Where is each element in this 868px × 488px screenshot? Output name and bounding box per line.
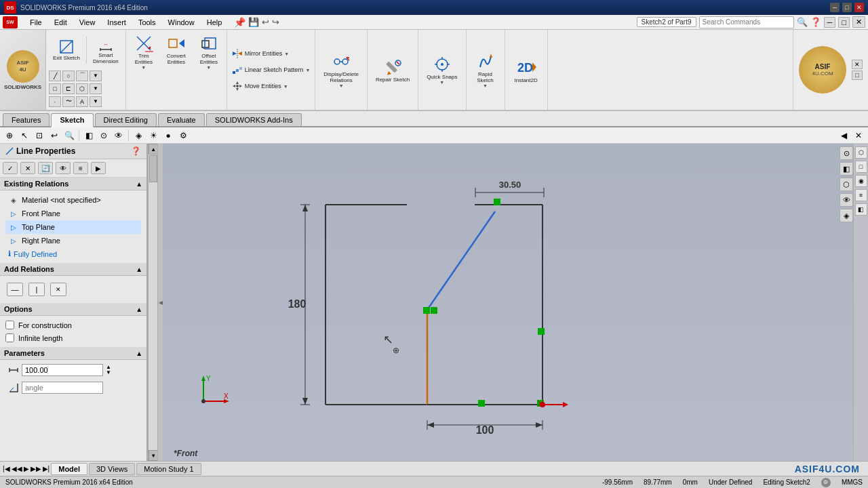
view-orient-icon[interactable]: ⊙ bbox=[97, 129, 111, 142]
bottom-tab-model[interactable]: Model bbox=[51, 463, 87, 475]
minimize-btn[interactable]: ─ bbox=[830, 3, 840, 12]
bottom-tab-3dviews[interactable]: 3D Views bbox=[89, 463, 135, 475]
quick-undo[interactable]: ↩ bbox=[262, 17, 269, 27]
right-icon-1[interactable]: ⬡ bbox=[855, 146, 867, 159]
playback-end[interactable]: ▶| bbox=[43, 465, 50, 472]
linear-sketch-pattern-btn[interactable]: Linear Sketch Pattern ▼ bbox=[230, 63, 313, 77]
text-btn[interactable]: A bbox=[76, 96, 88, 107]
playback-start[interactable]: |◀ bbox=[3, 465, 10, 472]
sketch-canvas-area[interactable]: 100 180 30.50 Y X bbox=[163, 144, 868, 461]
existing-relations-collapse[interactable]: ▲ bbox=[136, 180, 142, 188]
toolbar-close-btn[interactable]: ✕ bbox=[852, 60, 863, 69]
polygon-btn[interactable]: ⬡ bbox=[76, 83, 88, 94]
move-entities-btn[interactable]: Move Entities ▼ bbox=[230, 79, 313, 93]
options-header[interactable]: Options ▲ bbox=[0, 303, 146, 316]
mirror-dropdown[interactable]: ▼ bbox=[284, 52, 289, 56]
add-relations-header[interactable]: Add Relations ▲ bbox=[0, 263, 146, 276]
mirror-entities-btn[interactable]: Mirror Entities ▼ bbox=[230, 47, 313, 60]
previous-view-icon[interactable]: ↩ bbox=[47, 129, 61, 142]
panel-more-btn[interactable]: ≡ bbox=[73, 162, 88, 174]
fix-relation-btn[interactable]: ✕ bbox=[50, 283, 66, 296]
relation-right-plane[interactable]: ▷ Right Plane bbox=[5, 234, 141, 247]
move-dropdown[interactable]: ▼ bbox=[283, 84, 288, 89]
offset-dropdown[interactable]: ▼ bbox=[206, 65, 211, 70]
menu-file[interactable]: File bbox=[24, 17, 47, 28]
panel-ok-btn[interactable]: ✓ bbox=[3, 162, 18, 174]
rect-btn[interactable]: □ bbox=[49, 83, 61, 94]
bottom-tab-motion[interactable]: Motion Study 1 bbox=[136, 463, 201, 475]
view-orient-btn[interactable]: ⊙ bbox=[840, 146, 853, 160]
playback-next[interactable]: ▶▶ bbox=[31, 465, 41, 472]
relation-front-plane[interactable]: ▷ Front Plane bbox=[5, 207, 141, 220]
search-input[interactable] bbox=[699, 16, 794, 28]
right-icon-2[interactable]: □ bbox=[855, 161, 867, 173]
menu-help[interactable]: Help bbox=[201, 17, 228, 28]
angle-input[interactable] bbox=[22, 382, 103, 394]
select-icon[interactable]: ↖ bbox=[18, 129, 31, 142]
exit-sketch-btn[interactable]: Exit Sketch bbox=[49, 36, 84, 64]
trim-entities-btn[interactable]: TrimEntities ▼ bbox=[129, 31, 159, 73]
menu-tools[interactable]: Tools bbox=[133, 17, 161, 28]
help-icon[interactable]: ❓ bbox=[810, 17, 821, 27]
tab-features[interactable]: Features bbox=[3, 113, 50, 126]
zoom-in-icon[interactable]: 🔍 bbox=[62, 129, 76, 142]
repair-sketch-btn[interactable]: Repair Sketch bbox=[372, 55, 414, 85]
settings-icon[interactable]: ⚙ bbox=[821, 478, 831, 487]
more3-btn[interactable]: ▼ bbox=[90, 96, 102, 107]
infinite-length-checkbox[interactable] bbox=[5, 333, 14, 342]
quick-snaps-btn[interactable]: Quick Snaps ▼ bbox=[422, 52, 461, 87]
slot-btn[interactable]: ⊏ bbox=[62, 83, 75, 94]
scroll-thumb[interactable] bbox=[149, 155, 157, 182]
close-panel-icon[interactable]: ✕ bbox=[852, 129, 865, 142]
panel-rebuild-btn[interactable]: 🔄 bbox=[38, 162, 53, 174]
right-icon-4[interactable]: ≡ bbox=[855, 189, 867, 201]
search-icon[interactable]: 🔍 bbox=[797, 17, 808, 27]
add-relations-collapse[interactable]: ▲ bbox=[136, 266, 142, 273]
quick-redo[interactable]: ↪ bbox=[272, 17, 279, 27]
maximize-btn[interactable]: □ bbox=[842, 3, 852, 12]
relation-material[interactable]: ◈ Material <not specified> bbox=[5, 193, 141, 207]
quick-save[interactable]: 💾 bbox=[248, 17, 259, 27]
point-btn[interactable]: · bbox=[49, 96, 61, 107]
quick-access-pin[interactable]: 📌 bbox=[234, 17, 245, 28]
win-close-btn[interactable]: ✕ bbox=[852, 16, 865, 28]
scroll-up-btn[interactable]: ▲ bbox=[149, 144, 158, 155]
existing-relations-header[interactable]: Existing Relations ▲ bbox=[0, 178, 146, 190]
relation-top-plane[interactable]: ▷ Top Plane bbox=[5, 220, 141, 234]
right-icon-5[interactable]: ◧ bbox=[855, 203, 867, 216]
panel-cancel-btn[interactable]: ✕ bbox=[20, 162, 35, 174]
line-btn[interactable]: ╱ bbox=[49, 70, 61, 81]
more2-btn[interactable]: ▼ bbox=[90, 83, 102, 94]
vertical-relation-btn[interactable]: | bbox=[28, 283, 45, 296]
win-min-btn[interactable]: ─ bbox=[824, 17, 836, 28]
menu-insert[interactable]: Insert bbox=[102, 17, 132, 28]
win-max-btn[interactable]: □ bbox=[838, 17, 850, 28]
more-btn[interactable]: ▼ bbox=[90, 70, 102, 81]
tab-sketch[interactable]: Sketch bbox=[51, 113, 93, 127]
menu-window[interactable]: Window bbox=[163, 17, 200, 28]
spline-btn[interactable]: 〜 bbox=[62, 96, 75, 107]
zoom-to-fit-icon[interactable]: ⊡ bbox=[33, 129, 46, 142]
left-panel-scrollbar[interactable]: ▲ ▼ bbox=[148, 144, 157, 461]
view-setting-icon[interactable]: ⚙ bbox=[176, 129, 190, 142]
hide-show-btn[interactable]: 👁 bbox=[840, 193, 853, 207]
menu-edit[interactable]: Edit bbox=[49, 17, 73, 28]
display-mode-icon[interactable]: ◈ bbox=[132, 129, 145, 142]
hide-show-icon[interactable]: 👁 bbox=[112, 129, 125, 142]
selection-filter-icon[interactable]: ⊕ bbox=[3, 129, 16, 142]
smart-dimension-btn[interactable]: ↔ SmartDimension bbox=[89, 33, 123, 67]
options-collapse[interactable]: ▲ bbox=[136, 306, 142, 313]
tab-evaluate[interactable]: Evaluate bbox=[158, 113, 205, 126]
tab-direct-editing[interactable]: Direct Editing bbox=[95, 113, 157, 126]
render-icon[interactable]: ● bbox=[161, 129, 175, 142]
display-shading-btn[interactable]: ◈ bbox=[840, 209, 853, 222]
playback-prev[interactable]: ◀◀ bbox=[12, 465, 22, 472]
resize-left-icon[interactable]: ◀ bbox=[837, 129, 850, 142]
panel-expand-btn[interactable]: ▶ bbox=[91, 162, 106, 174]
menu-view[interactable]: View bbox=[74, 17, 101, 28]
parameters-collapse[interactable]: ▲ bbox=[136, 350, 142, 357]
arc-btn[interactable]: ⌒ bbox=[76, 70, 88, 81]
quick-snaps-dropdown[interactable]: ▼ bbox=[439, 80, 444, 85]
display-delete-dropdown[interactable]: ▼ bbox=[339, 83, 344, 88]
trim-dropdown[interactable]: ▼ bbox=[141, 65, 146, 70]
